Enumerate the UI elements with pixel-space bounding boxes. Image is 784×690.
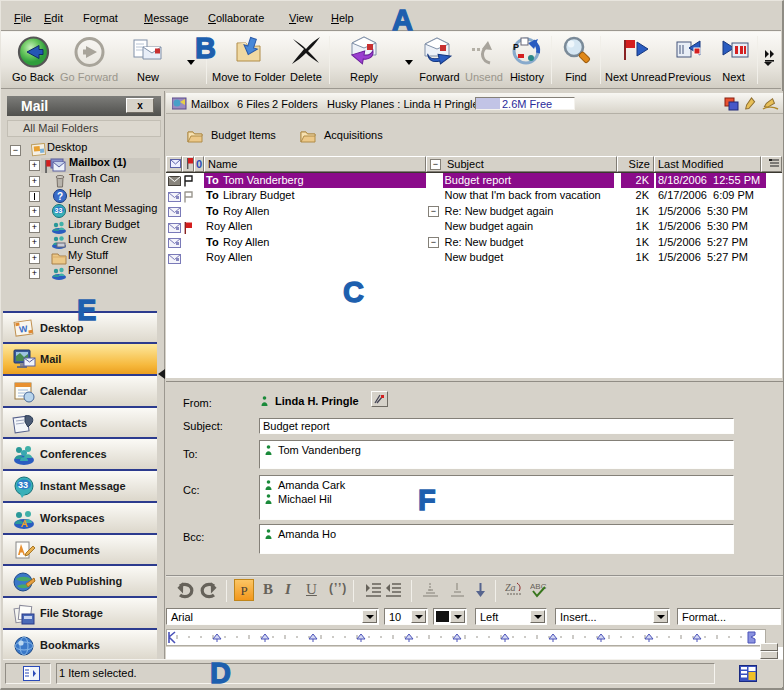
svg-text:P: P [513, 42, 519, 52]
svg-text:?: ? [57, 191, 63, 202]
svg-text:33: 33 [55, 207, 63, 214]
svg-text:Za: Za [505, 582, 516, 593]
svg-text:33: 33 [18, 480, 28, 490]
